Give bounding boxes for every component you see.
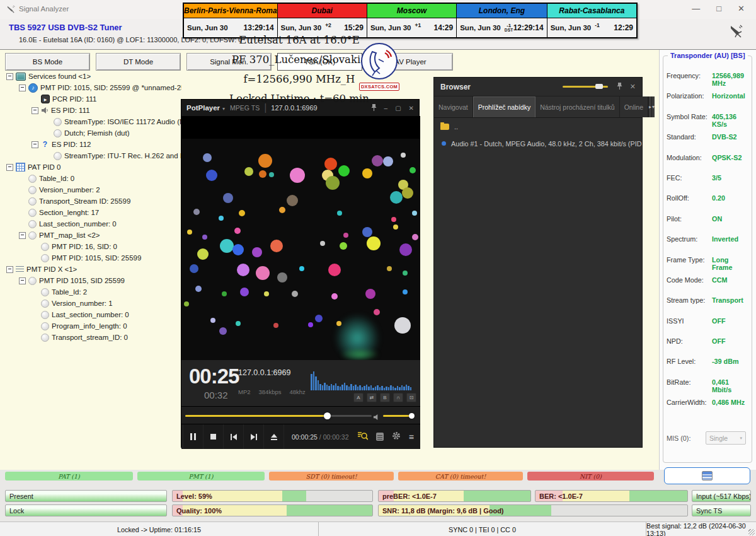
tree-item[interactable]: PMT PID X <1> — [4, 264, 181, 275]
volume-handle[interactable] — [409, 413, 415, 419]
seek-handle[interactable] — [324, 412, 331, 419]
browser-close-icon[interactable]: ✕ — [630, 83, 636, 91]
settings-gear-icon[interactable] — [392, 431, 401, 443]
spectrum-bar — [335, 383, 337, 390]
tree-item[interactable]: PAT PID 0 — [4, 161, 181, 173]
player-close-icon[interactable]: ✕ — [409, 105, 414, 112]
video-bokeh-dot — [403, 271, 408, 276]
tree-item[interactable]: PMT_map_list <2> — [4, 230, 181, 241]
tab-dt-mode[interactable]: DT Mode — [96, 53, 181, 71]
player-mini-button-2[interactable]: ⇄ — [367, 393, 377, 402]
resize-grip[interactable] — [748, 529, 755, 535]
stop-button[interactable] — [203, 424, 224, 449]
leaf-icon — [41, 311, 49, 319]
tab-signal-mon-[interactable]: Signal Mon. — [186, 53, 272, 71]
video-bokeh-dot — [237, 264, 249, 276]
minimize-button[interactable]: — — [692, 4, 700, 13]
tree-item[interactable]: StreamType: ITU-T Rec. H.262 and ISO/IEC… — [4, 150, 181, 161]
tab-list-dropdown-icon[interactable]: ▾ — [651, 96, 655, 117]
tree-item[interactable]: Last_section_number: 0 — [4, 309, 181, 320]
tree-item[interactable]: ES PID: 111 — [4, 105, 181, 116]
potplayer-titlebar: PotPlayer ▾ MPEG TS | 127.0.0.1:6969 – ▢… — [181, 100, 419, 116]
tab-tsa-ok-[interactable]: TSA (OK) — [277, 53, 362, 71]
clock-time: 15:29 — [344, 23, 364, 32]
tree-item[interactable]: Transport_stream_ID: 0 — [4, 332, 181, 343]
tree-expander-icon[interactable] — [6, 266, 13, 273]
opacity-slider-handle[interactable] — [595, 84, 603, 89]
playlist-icon[interactable] — [376, 433, 384, 441]
tab-bs-mode[interactable]: BS Mode — [5, 53, 90, 71]
seek-bar[interactable] — [185, 415, 372, 417]
pause-button[interactable] — [183, 424, 203, 449]
player-mini-button-4[interactable]: ∩ — [393, 393, 403, 402]
tree-item[interactable]: Transport_Stream ID: 25599 — [4, 195, 181, 207]
transponder-label: RollOff: — [667, 194, 712, 202]
transponder-value: 0,461 Mbit/s — [712, 378, 750, 393]
tree-item[interactable]: StreamType: ISO/IEC 11172 Audio (MPEG-1)… — [4, 116, 181, 127]
divider: | — [264, 102, 266, 114]
tree-item[interactable]: Version_number: 2 — [4, 184, 181, 195]
player-mini-button-1[interactable]: A — [353, 393, 364, 402]
mis-label: MIS (0): — [667, 434, 706, 442]
previous-button[interactable] — [224, 424, 244, 449]
clock-city-label: Dubai — [278, 4, 367, 18]
tree-item[interactable]: PMT PID 1015, SID 25599 — [4, 275, 181, 286]
player-minimize-icon[interactable]: – — [384, 105, 388, 112]
opacity-slider[interactable] — [563, 86, 608, 88]
player-mini-button-3[interactable]: B — [380, 393, 390, 402]
video-area[interactable] — [181, 116, 420, 360]
browser-pin-icon[interactable] — [617, 83, 622, 91]
transponder-label: Polarization: — [667, 92, 712, 100]
spectrum-bar — [364, 386, 365, 390]
tree-item[interactable]: Dutch; Flemish (dut) — [4, 127, 181, 139]
tree-item[interactable]: Table_Id: 0 — [4, 173, 181, 184]
transponder-row: Frequency:12566,989 MHz — [667, 72, 750, 92]
tree-item[interactable]: Services found <1> — [4, 71, 181, 82]
potplayer-app-name[interactable]: PotPlayer — [186, 104, 220, 112]
tree-expander-icon[interactable] — [32, 107, 38, 114]
volume-bar[interactable] — [383, 415, 413, 417]
video-bokeh-dot — [244, 167, 253, 176]
spectrum-bar — [311, 374, 312, 390]
folder-up-item[interactable]: .. — [434, 118, 642, 135]
player-maximize-icon[interactable]: ▢ — [395, 105, 401, 112]
buffer-status-button[interactable] — [664, 467, 750, 484]
menu-icon[interactable]: ≡ — [409, 432, 414, 442]
mis-select[interactable]: Single ▾ — [706, 431, 746, 445]
tree-item[interactable]: Last_section_number: 0 — [4, 218, 181, 230]
video-bokeh-dot — [367, 236, 381, 250]
close-button[interactable]: ✕ — [738, 4, 745, 13]
chevron-down-icon[interactable]: ▾ — [222, 106, 225, 112]
eject-button[interactable] — [264, 424, 284, 449]
tree-item[interactable]: Program_info_length: 0 — [4, 320, 181, 332]
tree-expander-icon[interactable] — [6, 73, 13, 80]
tree-expander-icon[interactable] — [19, 277, 26, 284]
tree-expander-icon[interactable] — [32, 141, 38, 148]
tree-item[interactable]: ?ES PID: 112 — [4, 139, 181, 150]
pin-icon[interactable] — [371, 104, 377, 112]
browser-tab-online[interactable]: Online — [620, 96, 648, 117]
volume-icon[interactable] — [373, 412, 380, 423]
browser-tab-navigovat[interactable]: Navigovat — [434, 96, 473, 117]
tree-item[interactable]: Version_number: 1 — [4, 298, 181, 309]
maximize-button[interactable]: □ — [716, 4, 721, 13]
browser-tab-prohl-e-nab-dky[interactable]: Prohlížeč nabídky — [473, 96, 536, 117]
tree-item[interactable]: PMT PID: 1015, SID: 25599 — [4, 252, 181, 264]
tree-item[interactable]: Table_Id: 2 — [4, 286, 181, 298]
tree-expander-icon[interactable] — [19, 232, 26, 239]
tree-expander-icon[interactable] — [19, 84, 26, 91]
player-mini-button-5[interactable]: ⊡ — [406, 393, 416, 402]
clock-date: Sun, Jun 30 — [460, 24, 501, 32]
spectrum-bar — [319, 384, 321, 390]
tree-expander-icon[interactable] — [6, 164, 13, 171]
audio-track-item[interactable]: Audio #1 - Dutch, MPEG Audio, 48.0 kHz, … — [434, 135, 642, 152]
browser-tab-n-stroj-proch-zen-titulk-[interactable]: Nástroj procházení titulků — [536, 96, 619, 117]
tree-item[interactable]: ▶PCR PID: 111 — [4, 93, 181, 105]
tree-item[interactable]: Section_lenght: 17 — [4, 207, 181, 218]
transponder-label: Spectrum: — [667, 235, 712, 243]
tree-item[interactable]: ♪PMT PID: 1015, SID: 25599 @ *unnamed-25… — [4, 82, 181, 93]
tree-item[interactable]: PMT PID: 16, SID: 0 — [4, 241, 181, 252]
next-button[interactable] — [244, 424, 264, 449]
search-playlist-icon[interactable] — [358, 431, 368, 443]
app-title: Signal Analyzer — [19, 5, 69, 13]
